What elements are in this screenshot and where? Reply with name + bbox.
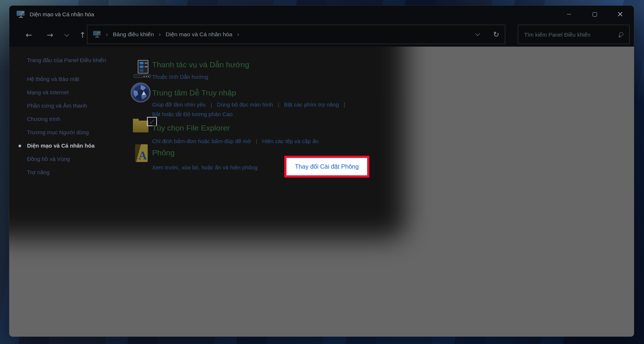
- task-link-show-hidden[interactable]: Hiện các tệp và cặp ẩn: [262, 137, 319, 145]
- address-bar[interactable]: › Bảng điều khiển › Diện mạo và Cá nhân …: [87, 25, 505, 44]
- up-button[interactable]: ↑: [77, 30, 88, 41]
- forward-arrow-icon: →: [47, 31, 53, 40]
- ease-of-access-icon[interactable]: [131, 82, 151, 102]
- link-separator: |: [344, 101, 345, 109]
- category-row-fonts: Phông Xem trước, xóa bỏ, hoặc ẩn và hiện…: [152, 148, 258, 172]
- recent-pages-dropdown[interactable]: [61, 30, 72, 41]
- titlebar: Diện mạo và Cá nhân hóa ×: [9, 6, 634, 23]
- up-arrow-icon: ↑: [79, 31, 86, 40]
- category-row-ease-of-access: Trung tâm Dễ Truy nhập Giúp đỡ tầm nhìn …: [152, 88, 345, 118]
- fonts-icon[interactable]: A: [135, 144, 150, 163]
- search-box: [518, 25, 630, 44]
- category-title-fonts[interactable]: Phông: [152, 148, 258, 158]
- close-button[interactable]: ×: [607, 6, 633, 23]
- letter-a-glyph: A: [138, 149, 147, 162]
- task-link-preview-fonts[interactable]: Xem trước, xóa bỏ, hoặc ẩn và hiện phông: [152, 163, 258, 172]
- task-link-accessibility-keys[interactable]: Bật các phím trợ năng: [284, 101, 339, 109]
- search-input[interactable]: [524, 31, 618, 38]
- navbar: ← → ↑ › Bảng điều khiển › Diện mạo và Cá…: [9, 23, 634, 47]
- link-separator: |: [256, 137, 257, 145]
- search-icon[interactable]: [618, 32, 623, 37]
- chevron-down-icon: [64, 32, 69, 37]
- breadcrumb-item-control-panel[interactable]: Bảng điều khiển: [113, 31, 154, 38]
- close-icon: ×: [617, 10, 624, 18]
- category-title-ease-of-access[interactable]: Trung tâm Dễ Truy nhập: [152, 88, 345, 98]
- link-separator: |: [211, 101, 212, 109]
- control-panel-icon: [17, 11, 25, 18]
- minimize-button[interactable]: [556, 6, 582, 23]
- minimize-icon: [567, 14, 571, 15]
- control-panel-icon-small: [93, 31, 101, 38]
- breadcrumb-chevron-icon: ›: [237, 31, 239, 38]
- highlight-box: Thay đổi Cài đặt Phông: [284, 156, 369, 178]
- change-font-settings-link[interactable]: Thay đổi Cài đặt Phông: [295, 163, 359, 170]
- back-arrow-icon: ←: [26, 31, 32, 40]
- control-panel-window: Diện mạo và Cá nhân hóa × ← → ↑ › Bảng đ…: [9, 6, 634, 337]
- maximize-button[interactable]: [582, 6, 607, 23]
- back-button[interactable]: ←: [23, 30, 34, 41]
- desktop-background: Diện mạo và Cá nhân hóa × ← → ↑ › Bảng đ…: [0, 0, 644, 344]
- category-row-taskbar: Thanh tác vụ và Dẫn hướng Thuộc tính Dẫn…: [152, 60, 249, 81]
- task-link-click-mode[interactable]: Chỉ định bấm-đơn hoặc bấm-đúp để mở: [152, 137, 251, 145]
- task-link-low-vision[interactable]: Giúp đỡ tầm nhìn yếu: [152, 101, 206, 109]
- breadcrumb-chevron-icon: ›: [159, 31, 161, 38]
- task-link-navigation-properties[interactable]: Thuộc tính Dẫn hướng: [152, 73, 208, 81]
- refresh-button[interactable]: ↻: [493, 30, 499, 39]
- content-area: Trang đầu của Panel Điều khiển Hệ thống …: [9, 47, 634, 337]
- folder-icon: [133, 121, 148, 132]
- window-controls: ×: [556, 6, 633, 23]
- category-title-taskbar[interactable]: Thanh tác vụ và Dẫn hướng: [152, 60, 249, 70]
- breadcrumb-chevron-icon: ›: [106, 31, 108, 38]
- link-separator: |: [278, 101, 279, 109]
- category-title-file-explorer[interactable]: Tùy chọn File Explorer: [152, 123, 319, 133]
- taskbar-navigation-icon[interactable]: [134, 60, 151, 78]
- category-row-file-explorer: Tùy chọn File Explorer Chỉ định bấm-đơn …: [152, 123, 319, 145]
- forward-button[interactable]: →: [44, 30, 56, 41]
- maximize-icon: [593, 12, 597, 17]
- breadcrumb-item-appearance-personalization[interactable]: Diện mạo và Cá nhân hóa: [166, 31, 232, 38]
- main-panel: Thanh tác vụ và Dẫn hướng Thuộc tính Dẫn…: [9, 47, 634, 337]
- window-title: Diện mạo và Cá nhân hóa: [30, 11, 94, 17]
- address-dropdown-button[interactable]: [475, 31, 480, 36]
- task-link-screen-reader[interactable]: Dùng bộ đọc màn hình: [217, 101, 273, 109]
- task-link-high-contrast[interactable]: Bật hoặc tắt Độ tương phản Cao: [152, 110, 233, 118]
